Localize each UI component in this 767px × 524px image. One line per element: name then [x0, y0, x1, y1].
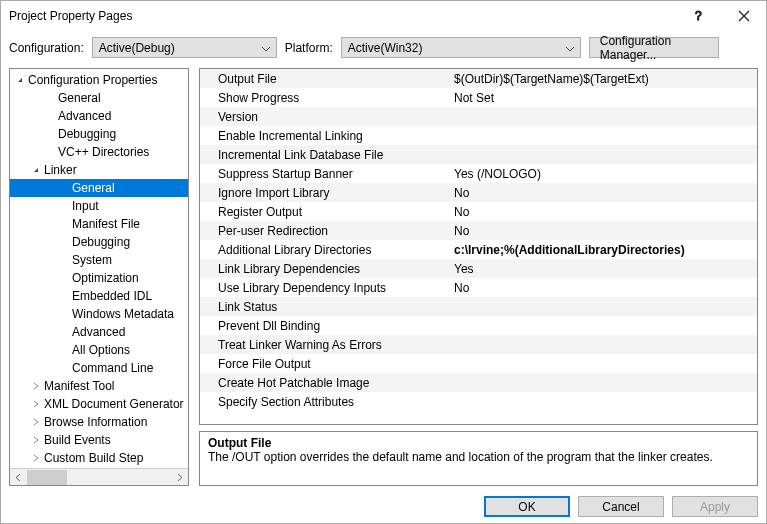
- tree[interactable]: Configuration PropertiesGeneralAdvancedD…: [10, 69, 188, 468]
- window-title: Project Property Pages: [9, 9, 676, 23]
- tree-item[interactable]: All Options: [10, 341, 188, 359]
- tree-item[interactable]: Windows Metadata: [10, 305, 188, 323]
- footer: OK Cancel Apply: [1, 486, 766, 524]
- cancel-button[interactable]: Cancel: [578, 496, 664, 517]
- property-value[interactable]: No: [450, 186, 757, 200]
- property-name: Prevent Dll Binding: [200, 319, 450, 333]
- tree-item[interactable]: System: [10, 251, 188, 269]
- property-row[interactable]: Additional Library Directoriesc:\Irvine;…: [200, 240, 757, 259]
- tree-item[interactable]: VC++ Directories: [10, 143, 188, 161]
- tree-item[interactable]: Debugging: [10, 233, 188, 251]
- tree-item-label: General: [72, 181, 115, 195]
- help-button[interactable]: ?: [676, 1, 721, 31]
- property-row[interactable]: Register OutputNo: [200, 202, 757, 221]
- property-name: Treat Linker Warning As Errors: [200, 338, 450, 352]
- tree-item[interactable]: Custom Build Step: [10, 449, 188, 467]
- apply-button[interactable]: Apply: [672, 496, 758, 517]
- property-row[interactable]: Treat Linker Warning As Errors: [200, 335, 757, 354]
- property-row[interactable]: Create Hot Patchable Image: [200, 373, 757, 392]
- config-label: Configuration:: [9, 41, 84, 55]
- property-name: Use Library Dependency Inputs: [200, 281, 450, 295]
- property-value[interactable]: Yes (/NOLOGO): [450, 167, 757, 181]
- property-name: Link Library Dependencies: [200, 262, 450, 276]
- chevron-right-icon[interactable]: [30, 398, 42, 410]
- tree-item[interactable]: Configuration Properties: [10, 71, 188, 89]
- property-row[interactable]: Specify Section Attributes: [200, 392, 757, 411]
- tree-item[interactable]: Advanced: [10, 107, 188, 125]
- config-dropdown[interactable]: Active(Debug): [92, 37, 277, 58]
- config-manager-label: Configuration Manager...: [600, 34, 708, 62]
- tree-item-label: Configuration Properties: [28, 73, 157, 87]
- scrollbar-thumb[interactable]: [27, 470, 67, 485]
- property-row[interactable]: Prevent Dll Binding: [200, 316, 757, 335]
- chevron-down-icon[interactable]: [14, 74, 26, 86]
- property-row[interactable]: Show ProgressNot Set: [200, 88, 757, 107]
- title-bar: Project Property Pages ?: [1, 1, 766, 31]
- help-box: Output File The /OUT option overrides th…: [199, 431, 758, 486]
- property-name: Incremental Link Database File: [200, 148, 450, 162]
- tree-item-label: Browse Information: [44, 415, 147, 429]
- property-row[interactable]: Per-user RedirectionNo: [200, 221, 757, 240]
- scroll-right-icon[interactable]: [171, 469, 188, 486]
- property-value[interactable]: Not Set: [450, 91, 757, 105]
- tree-item[interactable]: Debugging: [10, 125, 188, 143]
- property-name: Per-user Redirection: [200, 224, 450, 238]
- scroll-left-icon[interactable]: [10, 469, 27, 486]
- property-row[interactable]: Use Library Dependency InputsNo: [200, 278, 757, 297]
- property-row[interactable]: Incremental Link Database File: [200, 145, 757, 164]
- tree-item[interactable]: Input: [10, 197, 188, 215]
- config-value: Active(Debug): [99, 41, 175, 55]
- tree-item[interactable]: Optimization: [10, 269, 188, 287]
- property-value[interactable]: $(OutDir)$(TargetName)$(TargetExt): [450, 72, 757, 86]
- tree-item[interactable]: Manifest Tool: [10, 377, 188, 395]
- config-manager-button[interactable]: Configuration Manager...: [589, 37, 719, 58]
- property-value[interactable]: No: [450, 281, 757, 295]
- ok-button[interactable]: OK: [484, 496, 570, 517]
- tree-item[interactable]: General: [10, 179, 188, 197]
- tree-item[interactable]: XML Document Generator: [10, 395, 188, 413]
- property-row[interactable]: Link Status: [200, 297, 757, 316]
- property-value[interactable]: No: [450, 224, 757, 238]
- property-row[interactable]: Ignore Import LibraryNo: [200, 183, 757, 202]
- chevron-right-icon[interactable]: [30, 452, 42, 464]
- tree-item-label: Optimization: [72, 271, 139, 285]
- close-button[interactable]: [721, 1, 766, 31]
- platform-dropdown[interactable]: Active(Win32): [341, 37, 581, 58]
- property-name: Specify Section Attributes: [200, 395, 450, 409]
- chevron-right-icon[interactable]: [30, 380, 42, 392]
- property-row[interactable]: Force File Output: [200, 354, 757, 373]
- tree-item[interactable]: Linker: [10, 161, 188, 179]
- property-name: Enable Incremental Linking: [200, 129, 450, 143]
- property-value[interactable]: c:\Irvine;%(AdditionalLibraryDirectories…: [450, 243, 757, 257]
- property-row[interactable]: Enable Incremental Linking: [200, 126, 757, 145]
- property-name: Link Status: [200, 300, 450, 314]
- tree-item-label: Custom Build Step: [44, 451, 143, 465]
- tree-item-label: Embedded IDL: [72, 289, 152, 303]
- chevron-down-icon[interactable]: [30, 164, 42, 176]
- property-value[interactable]: Yes: [450, 262, 757, 276]
- tree-item-label: Command Line: [72, 361, 153, 375]
- tree-horizontal-scrollbar[interactable]: [10, 468, 188, 485]
- tree-item[interactable]: General: [10, 89, 188, 107]
- property-value[interactable]: No: [450, 205, 757, 219]
- property-row[interactable]: Link Library DependenciesYes: [200, 259, 757, 278]
- property-name: Register Output: [200, 205, 450, 219]
- tree-item[interactable]: Manifest File: [10, 215, 188, 233]
- chevron-down-icon: [566, 41, 574, 55]
- tree-item[interactable]: Browse Information: [10, 413, 188, 431]
- property-row[interactable]: Output File$(OutDir)$(TargetName)$(Targe…: [200, 69, 757, 88]
- property-row[interactable]: Suppress Startup BannerYes (/NOLOGO): [200, 164, 757, 183]
- tree-item[interactable]: Advanced: [10, 323, 188, 341]
- tree-item-label: Manifest Tool: [44, 379, 114, 393]
- platform-label: Platform:: [285, 41, 333, 55]
- chevron-right-icon[interactable]: [30, 416, 42, 428]
- property-row[interactable]: Version: [200, 107, 757, 126]
- tree-item[interactable]: Command Line: [10, 359, 188, 377]
- property-name: Create Hot Patchable Image: [200, 376, 450, 390]
- tree-item[interactable]: Build Events: [10, 431, 188, 449]
- chevron-right-icon[interactable]: [30, 434, 42, 446]
- tree-item[interactable]: Embedded IDL: [10, 287, 188, 305]
- property-grid[interactable]: Output File$(OutDir)$(TargetName)$(Targe…: [199, 68, 758, 425]
- config-row: Configuration: Active(Debug) Platform: A…: [1, 31, 766, 68]
- tree-item-label: Build Events: [44, 433, 111, 447]
